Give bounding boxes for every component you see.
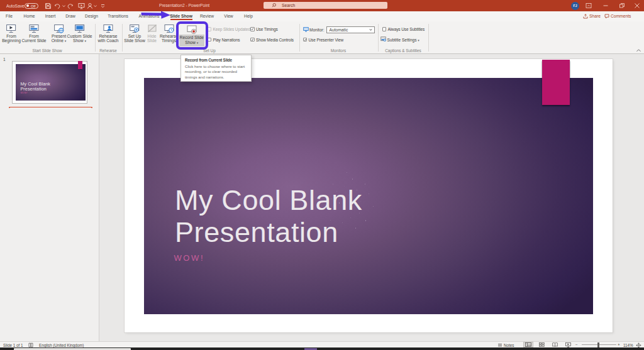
monitor-label: Monitor: [309,28,324,32]
use-timings-label: Use Timings [256,27,278,31]
tab-transitions[interactable]: Transitions [108,14,128,18]
customize-quick-access-icon[interactable] [101,3,105,9]
annotation-arrow [138,9,174,21]
view-slideshow-icon[interactable] [565,342,571,347]
spellcheck-icon[interactable] [28,342,33,347]
tab-file[interactable]: File [6,14,13,18]
group-start-slide-show: Start Slide Show [32,48,62,53]
rehearse-with-coach-button[interactable]: Rehearse with Coach [97,24,118,43]
group-separator [95,24,96,52]
present-online-icon [53,24,64,34]
keep-slides-updated-label: Keep Slides Updated [213,27,250,31]
view-reading-icon[interactable] [552,342,558,347]
show-media-controls-checkbox[interactable] [250,38,255,42]
subtitle-settings-dropdown: ▾ [418,38,419,42]
subtitle-settings-label[interactable]: Subtitle Settings ▾ [387,38,419,42]
sparkle-dot [352,178,353,179]
view-normal-icon[interactable] [525,342,531,347]
custom-slide-show-dropdown: ▾ [85,39,87,43]
monitor-dropdown[interactable]: Automatic [326,26,375,33]
tab-home[interactable]: Home [24,14,35,18]
custom-slide-show-button[interactable]: Custom Slide Show ▾ [67,24,92,44]
hide-slide-button[interactable]: Hide Slide [147,24,157,43]
autosave-toggle[interactable]: Off [25,3,38,9]
tooltip: Record from Current Slide Click here to … [180,55,252,82]
tab-draw[interactable]: Draw [65,14,75,18]
use-timings-checkbox[interactable] [250,27,255,31]
presence-icon[interactable] [87,3,94,9]
group-rehearse: Rehearse [99,48,117,53]
set-up-slide-show-button[interactable]: Set Up Slide Show [124,24,145,43]
thumbnail-accent-rectangle [78,61,82,69]
notes-icon [497,343,502,347]
notes-button[interactable]: Notes [504,343,514,347]
monitor-value: Automatic [330,28,348,32]
undo-dropdown-icon[interactable] [62,3,65,9]
custom-slide-show-icon [74,24,85,34]
tab-help[interactable]: Help [244,14,253,18]
close-button[interactable] [634,3,640,9]
tab-view[interactable]: View [224,14,233,18]
avatar[interactable]: FJ [571,2,579,10]
always-use-subtitles-checkbox[interactable] [382,27,387,31]
present-online-button[interactable]: Present Online ▾ [52,24,67,44]
save-icon[interactable] [45,3,52,9]
search-box[interactable]: Search [264,2,387,9]
tab-insert[interactable]: Insert [45,14,56,18]
share-button[interactable]: Share [583,13,601,20]
slide-title[interactable]: My Cool BlankPresentation [175,184,362,248]
search-icon [272,3,276,8]
collapse-ribbon-icon[interactable] [636,48,641,53]
play-narrations-label: Play Narrations [213,38,240,42]
tab-design[interactable]: Design [85,14,98,18]
share-icon [583,14,588,19]
zoom-in-button[interactable]: + [618,342,620,347]
autosave-state-label: Off [31,4,35,8]
rehearse-timings-button[interactable]: Rehearse Timings [160,24,178,43]
tooltip-title: Record from Current Slide [185,58,247,62]
slide-subtitle[interactable]: WOW! [174,253,205,263]
slide-indicator: Slide 1 of 1 [3,343,23,347]
presence-dropdown-icon[interactable] [94,3,97,9]
redo-icon[interactable] [67,3,74,9]
slide-canvas[interactable]: My Cool BlankPresentation WOW! [125,59,613,332]
tooltip-body: Click here to choose where to start reco… [185,64,247,80]
comments-button[interactable]: Comments [604,13,631,20]
restore-button[interactable] [619,3,625,9]
minimize-button[interactable] [602,3,609,9]
language-label[interactable]: English (United Kingdom) [39,343,84,347]
tab-review[interactable]: Review [200,14,214,18]
status-bar: Slide 1 of 1 English (United Kingdom) No… [0,341,644,348]
always-use-subtitles-label: Always Use Subtitles [388,27,425,31]
zoom-out-button[interactable]: − [575,342,578,347]
sparkle-dot [365,183,365,184]
thumbnail-subtitle: WOW! [20,92,28,94]
from-current-slide-button[interactable]: From Current Slide [21,24,46,43]
window-title: Presentation2 - PowerPoint [159,3,209,8]
comments-label: Comments [611,14,631,18]
slideshow-quick-icon[interactable] [78,3,85,9]
present-online-dropdown: ▾ [65,39,67,43]
from-current-slide-icon [29,24,40,34]
ribbon-display-options-icon[interactable] [586,3,592,9]
slide-thumbnail[interactable]: My Cool BlankPresentation WOW! [12,61,88,104]
subtitle-settings-icon [380,36,386,41]
slide-insert-indicator [9,107,92,107]
autosave-toggle-knob [26,4,30,8]
search-placeholder: Search [282,3,295,8]
zoom-slider-thumb[interactable] [597,342,600,347]
powerpoint-window: AutoSave Off Presentation2 - PowerPoi [0,0,644,350]
rehearse-with-coach-icon [103,24,114,34]
group-captions-subtitles: Captions & Subtitles [385,48,421,53]
monitor-icon [303,27,309,32]
editing-canvas: My Cool BlankPresentation WOW! [100,54,644,341]
annotation-highlight-box [176,21,208,50]
ribbon: From Beginning From Current Slide Presen… [0,21,644,55]
use-presenter-view-checkbox[interactable] [303,38,308,42]
zoom-level[interactable]: 114% [623,343,633,347]
undo-icon[interactable] [54,3,61,9]
monitor-dropdown-chevron [369,28,372,31]
from-beginning-button[interactable]: From Beginning [2,24,21,43]
autosave-label: AutoSave [6,4,25,8]
view-slide-sorter-icon[interactable] [539,342,545,347]
